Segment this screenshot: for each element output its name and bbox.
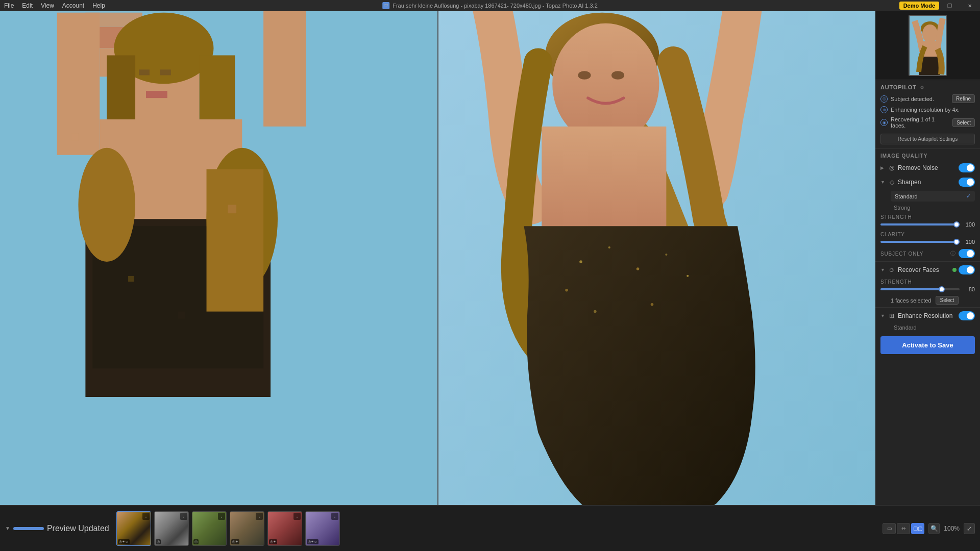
enhance-resolution-mode[interactable]: Standard bbox=[875, 323, 980, 332]
svg-rect-10 bbox=[160, 69, 171, 75]
sharpen-toggle[interactable] bbox=[959, 178, 975, 187]
svg-rect-20 bbox=[71, 134, 78, 141]
reset-autopilot-button[interactable]: Reset to Autopilot Settings bbox=[880, 134, 975, 144]
filmstrip-thumb-5[interactable]: ⋮ ◎✦ bbox=[267, 511, 302, 546]
enhance-resolution-row[interactable]: ▼ ⊞ Enhance Resolution bbox=[875, 309, 980, 323]
svg-point-31 bbox=[608, 246, 610, 248]
remove-noise-expand-icon: ▶ bbox=[880, 165, 886, 170]
recover-faces-strength-slider[interactable] bbox=[880, 288, 960, 290]
faces-count-text: 1 faces selected bbox=[891, 297, 932, 304]
autopilot-header: AUTOPILOT ⚙ bbox=[880, 84, 975, 90]
svg-rect-19 bbox=[207, 169, 264, 312]
single-view-button[interactable]: ▭ bbox=[883, 523, 896, 534]
image-quality-label: IMAGE QUALITY bbox=[875, 149, 980, 161]
svg-point-30 bbox=[579, 260, 582, 263]
refine-button[interactable]: Refine bbox=[952, 94, 975, 103]
menu-item-help[interactable]: Help bbox=[92, 2, 105, 9]
svg-point-36 bbox=[594, 310, 597, 313]
recover-faces-expand-icon: ▼ bbox=[880, 267, 886, 272]
faces-select-button[interactable]: Select bbox=[936, 296, 959, 305]
sharpen-mode-dropdown[interactable]: Standard ✓ bbox=[891, 191, 975, 202]
menu-item-file[interactable]: File bbox=[4, 2, 14, 9]
sharpen-strength-slider[interactable] bbox=[880, 223, 960, 226]
remove-noise-feature-icon: ◎ bbox=[888, 164, 896, 172]
recover-faces-toggle[interactable] bbox=[959, 265, 975, 274]
subject-only-toggle[interactable] bbox=[959, 249, 975, 258]
filmstrip-thumb-6[interactable]: ⋮ ◎✦☺ bbox=[305, 511, 340, 546]
zoom-controls: ▭ ⇔ ▢▢ 🔍 100% ⤢ bbox=[883, 523, 975, 534]
recovering-text: Recovering 1 of 1 faces. bbox=[891, 116, 949, 129]
thumb-menu-6[interactable]: ⋮ bbox=[331, 513, 338, 520]
filmstrip-thumb-2[interactable]: ⋮ ◎ bbox=[154, 511, 189, 546]
subject-only-info-icon[interactable]: ⓘ bbox=[950, 250, 955, 257]
filmstrip-thumb-1[interactable]: ⋮ ◎✦☺ bbox=[116, 511, 151, 546]
enhance-resolution-toggle[interactable] bbox=[959, 311, 975, 320]
recover-faces-strength-area: STRENGTH 80 bbox=[875, 277, 980, 294]
sharpen-clarity-value: 100 bbox=[963, 239, 975, 245]
maximize-button[interactable]: ❐ bbox=[939, 0, 960, 11]
enhance-resolution-label: Enhance Resolution bbox=[898, 312, 957, 319]
zoom-expand-icon[interactable]: ⤢ bbox=[964, 523, 975, 534]
svg-rect-13 bbox=[263, 11, 306, 127]
thumb-badge-4: ◎✦ bbox=[231, 539, 239, 544]
sharpen-strong-option[interactable]: Strong bbox=[875, 203, 980, 212]
menu-item-account[interactable]: Account bbox=[62, 2, 84, 9]
thumb-menu-5[interactable]: ⋮ bbox=[293, 513, 301, 520]
preview-label: ▼ Preview Updated bbox=[5, 524, 109, 533]
recover-faces-strength-value: 80 bbox=[963, 286, 975, 292]
svg-rect-22 bbox=[128, 276, 134, 282]
autopilot-settings-icon[interactable]: ⚙ bbox=[920, 85, 924, 90]
activate-to-save-button[interactable]: Activate to Save bbox=[880, 336, 975, 354]
minimize-button[interactable]: ─ bbox=[919, 0, 939, 11]
sharpen-clarity-slider[interactable] bbox=[880, 241, 960, 243]
original-image-panel bbox=[0, 11, 438, 505]
svg-point-28 bbox=[611, 71, 624, 80]
preview-progress-bar bbox=[13, 527, 44, 530]
split-view-button[interactable]: ▢▢ bbox=[911, 523, 924, 534]
sharpen-row[interactable]: ▼ ◇ Sharpen bbox=[875, 175, 980, 189]
thumb-menu-1[interactable]: ⋮ bbox=[142, 513, 150, 520]
remove-noise-toggle[interactable] bbox=[959, 163, 975, 172]
enhanced-image-bg bbox=[438, 11, 876, 505]
thumbnail-area bbox=[875, 11, 980, 80]
sharpen-feature-icon: ◇ bbox=[888, 178, 896, 186]
recover-faces-row[interactable]: ▼ ☺ Recover Faces bbox=[875, 263, 980, 277]
original-image-bg bbox=[0, 11, 437, 505]
thumb-menu-3[interactable]: ⋮ bbox=[218, 513, 225, 520]
remove-noise-row[interactable]: ▶ ◎ Remove Noise bbox=[875, 161, 980, 175]
enhance-resolution-expand-icon: ▼ bbox=[880, 313, 886, 318]
autopilot-title: AUTOPILOT bbox=[880, 84, 917, 90]
svg-point-35 bbox=[687, 275, 689, 277]
svg-rect-23 bbox=[178, 312, 185, 319]
thumb-badge-2: ◎ bbox=[156, 539, 161, 544]
thumb-menu-2[interactable]: ⋮ bbox=[180, 513, 187, 520]
autopilot-select-button[interactable]: Select bbox=[952, 118, 975, 127]
thumb-icons-6: ◎✦☺ bbox=[307, 539, 318, 544]
enhanced-image-svg bbox=[438, 11, 876, 505]
filmstrip-thumb-4[interactable]: ⋮ ◎✦ bbox=[230, 511, 264, 546]
zoom-level-text: 100% bbox=[944, 525, 960, 532]
main-content: AUTOPILOT ⚙ ◎ Subject detected. Refine ⊕… bbox=[0, 11, 980, 505]
menu-item-view[interactable]: View bbox=[41, 2, 54, 9]
filmstrip-thumb-3[interactable]: ⋮ ◎ bbox=[192, 511, 227, 546]
compare-view-button[interactable]: ⇔ bbox=[897, 523, 910, 534]
autopilot-section: AUTOPILOT ⚙ ◎ Subject detected. Refine ⊕… bbox=[875, 80, 980, 149]
sharpen-label: Sharpen bbox=[898, 179, 957, 186]
svg-rect-7 bbox=[107, 55, 135, 126]
sharpen-clarity-slider-row: 100 bbox=[880, 239, 975, 245]
view-toggle-group: ▭ ⇔ ▢▢ bbox=[883, 523, 924, 534]
close-button[interactable]: ✕ bbox=[960, 0, 980, 11]
menu-item-edit[interactable]: Edit bbox=[22, 2, 33, 9]
thumb-badge-6: ◎✦☺ bbox=[307, 539, 318, 544]
sharpen-mode-check-icon: ✓ bbox=[966, 193, 971, 199]
recover-faces-strength-label: STRENGTH bbox=[880, 279, 975, 285]
sharpen-strength-label: STRENGTH bbox=[880, 214, 975, 220]
menu-bar: File Edit View Account Help 🛡 Frau sehr … bbox=[0, 0, 980, 11]
window-controls: ─ ❐ ✕ bbox=[919, 0, 980, 11]
sharpen-strength-slider-row: 100 bbox=[880, 221, 975, 228]
thumb-menu-4[interactable]: ⋮ bbox=[256, 513, 263, 520]
right-panel: AUTOPILOT ⚙ ◎ Subject detected. Refine ⊕… bbox=[875, 11, 980, 505]
sharpen-clarity-label: CLARITY bbox=[880, 232, 975, 237]
app-shield-icon: 🛡 bbox=[382, 2, 389, 9]
zoom-icon[interactable]: 🔍 bbox=[928, 523, 940, 534]
